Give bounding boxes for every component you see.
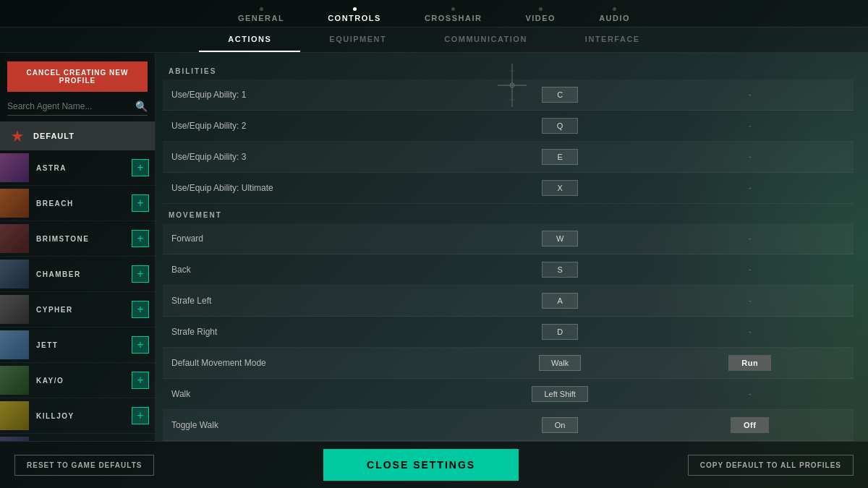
- add-agent-killjoy-button[interactable]: +: [132, 407, 149, 424]
- nav-item-general[interactable]: GENERAL: [238, 7, 284, 22]
- sidebar: CANCEL CREATING NEW PROFILE 🔍 DEFAULT AS…: [0, 53, 156, 441]
- key-button[interactable]: C: [542, 87, 578, 103]
- abilities-section-title: ABILITIES: [163, 60, 854, 80]
- add-agent-kayo-button[interactable]: +: [132, 372, 149, 389]
- row-label: Jump: [163, 441, 474, 442]
- row-alt: -: [647, 173, 854, 204]
- sidebar-item-omen[interactable]: OMEN+: [0, 434, 155, 441]
- abilities-table: Use/Equip Ability: 1 C - Use/Equip Abili…: [163, 80, 854, 204]
- movement-section-title: MOVEMENT: [163, 204, 854, 223]
- nav-label-controls: CONTROLS: [328, 14, 381, 22]
- key-button[interactable]: S: [542, 262, 578, 278]
- agent-name-killjoy: KILLJOY: [29, 412, 132, 420]
- search-icon: 🔍: [135, 100, 148, 112]
- sidebar-item-killjoy[interactable]: KILLJOY+: [0, 398, 155, 434]
- key-button[interactable]: A: [542, 293, 578, 309]
- sidebar-item-kayo[interactable]: KAY/O+: [0, 363, 155, 398]
- toggle-button[interactable]: Run: [728, 355, 771, 371]
- toggle-button[interactable]: Off: [731, 417, 769, 433]
- nav-item-controls[interactable]: CONTROLS: [328, 7, 381, 22]
- key-button[interactable]: X: [542, 180, 578, 196]
- row-key[interactable]: S: [474, 254, 647, 286]
- key-button[interactable]: E: [542, 149, 578, 165]
- add-agent-astra-button[interactable]: +: [132, 159, 149, 176]
- reset-defaults-button[interactable]: RESET TO GAME DEFAULTS: [14, 455, 154, 476]
- nav-item-video[interactable]: VIDEO: [525, 7, 556, 22]
- row-alt[interactable]: Run: [647, 348, 854, 379]
- default-label: DEFAULT: [33, 132, 75, 140]
- nav-label-audio: AUDIO: [599, 14, 630, 22]
- sub-navigation: ACTIONS EQUIPMENT COMMUNICATION INTERFAC…: [0, 27, 868, 53]
- avatar-kayo: [0, 366, 29, 395]
- close-settings-button[interactable]: CLOSE SETTINGS: [323, 449, 519, 481]
- tab-equipment[interactable]: EQUIPMENT: [300, 27, 415, 52]
- copy-default-button[interactable]: COPY DEFAULT TO ALL PROFILES: [688, 455, 854, 476]
- nav-dot-general: [260, 7, 263, 11]
- movement-table: Forward W - Back S - Strafe Left A - Str…: [163, 223, 854, 441]
- nav-dot-controls: [353, 7, 357, 11]
- table-row: Use/Equip Ability: 2 Q -: [163, 111, 854, 142]
- key-button[interactable]: W: [542, 231, 578, 247]
- key-button[interactable]: Walk: [539, 355, 581, 371]
- avatar-chamber: [0, 260, 29, 288]
- row-key[interactable]: D: [474, 317, 647, 348]
- sidebar-item-jett[interactable]: JETT+: [0, 328, 155, 363]
- agent-name-cypher: CYPHER: [29, 306, 132, 314]
- row-alt: -: [647, 286, 854, 317]
- agent-name-brimstone: BRIMSTONE: [29, 235, 132, 243]
- row-key[interactable]: W: [474, 223, 647, 254]
- row-label: Strafe Right: [163, 317, 474, 348]
- row-key[interactable]: A: [474, 286, 647, 317]
- row-key[interactable]: C: [474, 80, 647, 111]
- agent-name-kayo: KAY/O: [29, 377, 132, 385]
- row-alt: -: [647, 80, 854, 111]
- key-button[interactable]: D: [542, 324, 578, 340]
- default-profile-item[interactable]: DEFAULT: [0, 121, 155, 150]
- row-alt[interactable]: Off: [647, 410, 854, 441]
- add-agent-brimstone-button[interactable]: +: [132, 230, 149, 247]
- tab-actions[interactable]: ACTIONS: [199, 27, 300, 52]
- sidebar-item-astra[interactable]: ASTRA+: [0, 150, 155, 186]
- key-button[interactable]: On: [542, 417, 578, 433]
- nav-item-audio[interactable]: AUDIO: [599, 7, 630, 22]
- agent-name-astra: ASTRA: [29, 164, 132, 172]
- main-content: CANCEL CREATING NEW PROFILE 🔍 DEFAULT AS…: [0, 53, 868, 441]
- add-agent-chamber-button[interactable]: +: [132, 265, 149, 283]
- table-row: Forward W -: [163, 223, 854, 254]
- sidebar-item-chamber[interactable]: CHAMBER+: [0, 257, 155, 292]
- sidebar-item-breach[interactable]: BREACH+: [0, 186, 155, 221]
- sidebar-item-brimstone[interactable]: BRIMSTONE+: [0, 221, 155, 257]
- nav-dot-audio: [613, 7, 616, 11]
- row-key[interactable]: On: [474, 410, 647, 441]
- agent-name-jett: JETT: [29, 341, 132, 349]
- row-key[interactable]: X: [474, 173, 647, 204]
- svg-marker-0: [12, 130, 23, 142]
- search-input[interactable]: [7, 101, 135, 111]
- row-key[interactable]: Space Bar: [474, 441, 647, 442]
- row-label: Use/Equip Ability: 2: [163, 111, 474, 142]
- table-row: Strafe Right D -: [163, 317, 854, 348]
- row-key[interactable]: E: [474, 142, 647, 173]
- add-agent-cypher-button[interactable]: +: [132, 301, 149, 318]
- table-row: Use/Equip Ability: Ultimate X -: [163, 173, 854, 204]
- row-label: Back: [163, 254, 474, 286]
- row-key[interactable]: Left Shift: [474, 379, 647, 410]
- add-agent-breach-button[interactable]: +: [132, 194, 149, 212]
- avatar-killjoy: [0, 401, 29, 430]
- row-key[interactable]: Q: [474, 111, 647, 142]
- key-button[interactable]: Left Shift: [532, 386, 587, 402]
- avatar-jett: [0, 330, 29, 359]
- tab-interface[interactable]: INTERFACE: [556, 27, 669, 52]
- agent-list: ASTRA+BREACH+BRIMSTONE+CHAMBER+CYPHER+JE…: [0, 150, 155, 441]
- table-row: Use/Equip Ability: 1 C -: [163, 80, 854, 111]
- sidebar-item-cypher[interactable]: CYPHER+: [0, 292, 155, 328]
- nav-dot-video: [539, 7, 542, 11]
- add-agent-jett-button[interactable]: +: [132, 336, 149, 354]
- key-button[interactable]: Q: [542, 118, 578, 134]
- tab-communication[interactable]: COMMUNICATION: [415, 27, 556, 52]
- nav-dot-crosshair: [451, 7, 455, 11]
- content-scroll[interactable]: ABILITIES Use/Equip Ability: 1 C - Use/E…: [156, 53, 868, 441]
- nav-item-crosshair[interactable]: CROSSHAIR: [425, 7, 482, 22]
- row-key[interactable]: Walk: [474, 348, 647, 379]
- cancel-creating-profile-button[interactable]: CANCEL CREATING NEW PROFILE: [7, 61, 148, 92]
